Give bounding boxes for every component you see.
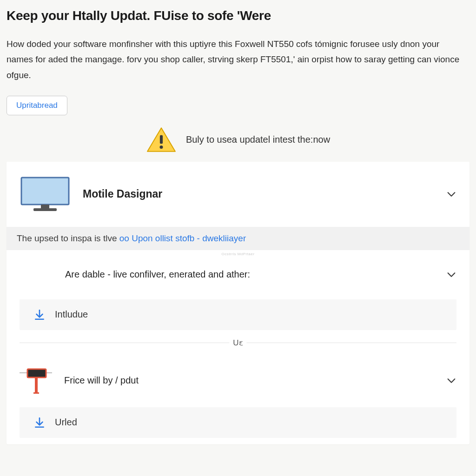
chevron-down-icon (446, 376, 456, 386)
download-row-urled[interactable]: Urled (20, 407, 456, 438)
svg-rect-3 (41, 205, 49, 208)
updates-card: Motile Dasignar The upsed to inspa is tl… (7, 162, 469, 444)
card-row-device[interactable]: Ocstrrls MdPrtaer Are dable - live confi… (7, 250, 469, 299)
chevron-down-icon (446, 270, 456, 280)
svg-rect-9 (35, 377, 38, 393)
monitor-icon (20, 176, 71, 213)
download-row-intludue[interactable]: Intludue (20, 299, 456, 330)
uprita-button[interactable]: Upritabread (7, 96, 67, 115)
card-row-motile[interactable]: Motile Dasignar (7, 162, 469, 227)
chevron-down-icon (446, 189, 456, 199)
obd-device-icon: Ocstrrls MdPrtaer (20, 262, 53, 287)
divider-label: Uɛ (229, 338, 246, 348)
download-label: Intludue (55, 309, 88, 320)
svg-rect-8 (27, 369, 46, 377)
warning-triangle-icon (146, 126, 177, 153)
subheader-band: The upsed to inspa is tlve oo Upon ollis… (7, 227, 469, 250)
page-title: Keep your Htally Updat. FUise to sofe 'W… (7, 8, 469, 23)
download-icon (33, 416, 46, 429)
banner-text: Buly to usea updatel intest the:now (186, 134, 330, 145)
svg-rect-2 (21, 178, 69, 205)
svg-point-1 (159, 145, 163, 149)
card-row-title: Motile Dasignar (83, 188, 434, 200)
subheader-link[interactable]: oo Upon ollist stofb - dwekliiayer (119, 233, 246, 243)
download-icon (33, 309, 46, 321)
signpost-icon (20, 366, 52, 395)
svg-rect-0 (160, 135, 163, 144)
divider: Uɛ (20, 335, 456, 351)
card-row-title: Are dable - live confilver, enerated and… (65, 269, 434, 280)
download-label: Urled (55, 417, 77, 428)
card-row-title: Frice will by / pdut (64, 375, 434, 386)
svg-rect-4 (33, 208, 57, 211)
device-mini-label: Ocstrrls MdPrtaer (221, 252, 254, 256)
subheader-prefix: The upsed to inspa is tlve (17, 233, 119, 243)
intro-paragraph: How doded your software monfinsher with … (7, 36, 462, 83)
svg-rect-10 (33, 392, 39, 394)
warning-banner: Buly to usea updatel intest the:now (7, 126, 469, 153)
card-row-frice[interactable]: Frice will by / pdut (7, 354, 469, 407)
